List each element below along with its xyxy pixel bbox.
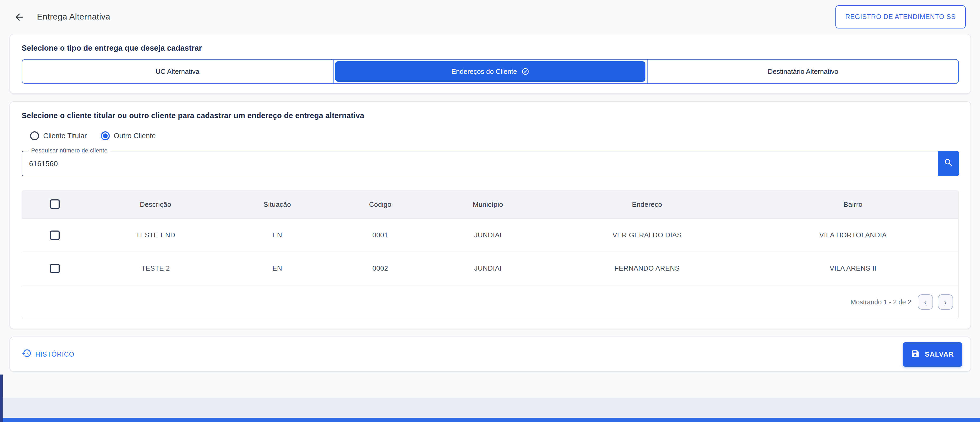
registro-atendimento-button[interactable]: REGISTRO DE ATENDIMENTO SS xyxy=(835,5,966,29)
cell-descricao: TESTE END xyxy=(88,218,223,252)
table-header-row: Descrição Situação Código Município Ende… xyxy=(22,190,958,218)
radio-circle xyxy=(30,131,39,140)
client-number-input[interactable] xyxy=(22,151,935,176)
historico-link[interactable]: HISTÓRICO xyxy=(22,348,75,360)
table-row: TESTE END EN 0001 JUNDIAI VER GERALDO DI… xyxy=(22,218,958,252)
radio-circle xyxy=(100,131,110,140)
selected-segment-pill: Endereços do Cliente xyxy=(335,61,646,82)
cell-descricao: TESTE 2 xyxy=(88,252,223,285)
cell-endereco: VER GERALDO DIAS xyxy=(546,218,748,252)
check-circle-icon xyxy=(521,68,529,75)
bottom-accent-bar xyxy=(0,418,980,422)
cell-bairro: VILA HORTOLANDIA xyxy=(748,218,958,252)
page: Entrega Alternativa REGISTRO DE ATENDIME… xyxy=(0,0,980,422)
segment-label: UC Alternativa xyxy=(156,68,199,75)
col-bairro: Bairro xyxy=(748,190,958,218)
delivery-type-title: Selecione o tipo de entrega que deseja c… xyxy=(22,44,959,52)
back-arrow-icon[interactable] xyxy=(12,10,26,24)
select-all-checkbox[interactable] xyxy=(50,200,60,209)
cell-codigo: 0001 xyxy=(331,218,430,252)
row-checkbox[interactable] xyxy=(50,230,60,240)
footer-action-bar: HISTÓRICO SALVAR xyxy=(10,336,971,372)
col-municipio: Município xyxy=(429,190,546,218)
cell-situacao: EN xyxy=(223,252,331,285)
cell-bairro: VILA ARENS II xyxy=(748,252,958,285)
segment-label: Destinatário Alternativo xyxy=(768,68,838,75)
save-button[interactable]: SALVAR xyxy=(903,342,962,366)
delivery-type-segments: UC Alternativa Endereços do Cliente Dest… xyxy=(22,59,959,84)
radio-label: Cliente Titular xyxy=(43,132,87,140)
col-codigo: Código xyxy=(331,190,430,218)
pagination-next-button[interactable]: › xyxy=(938,294,953,309)
segment-label: Endereços do Cliente xyxy=(452,68,517,75)
segment-enderecos-cliente[interactable]: Endereços do Cliente xyxy=(333,60,647,83)
cell-codigo: 0002 xyxy=(331,252,430,285)
pagination-text: Mostrando 1 - 2 de 2 xyxy=(850,298,912,306)
client-type-radios: Cliente Titular Outro Cliente xyxy=(22,131,959,140)
cell-municipio: JUNDIAI xyxy=(429,252,546,285)
search-icon xyxy=(943,158,953,169)
pagination: Mostrando 1 - 2 de 2 ‹ › xyxy=(22,285,958,319)
radio-label: Outro Cliente xyxy=(114,132,156,140)
col-endereco: Endereço xyxy=(546,190,748,218)
addresses-table: Descrição Situação Código Município Ende… xyxy=(22,190,959,319)
history-icon xyxy=(22,348,32,360)
cell-endereco: FERNANDO ARENS xyxy=(546,252,748,285)
delivery-type-card: Selecione o tipo de entrega que deseja c… xyxy=(10,34,971,94)
segment-destinatario-alternativo[interactable]: Destinatário Alternativo xyxy=(647,60,958,83)
page-title: Entrega Alternativa xyxy=(37,12,110,22)
page-header: Entrega Alternativa REGISTRO DE ATENDIME… xyxy=(0,0,980,34)
segment-uc-alternativa[interactable]: UC Alternativa xyxy=(22,60,333,83)
col-descricao: Descrição xyxy=(88,190,223,218)
save-label: SALVAR xyxy=(925,350,954,358)
historico-label: HISTÓRICO xyxy=(35,351,75,358)
cell-municipio: JUNDIAI xyxy=(429,218,546,252)
col-situacao: Situação xyxy=(223,190,331,218)
cell-situacao: EN xyxy=(223,218,331,252)
left-edge-strip xyxy=(0,374,3,422)
pagination-prev-button[interactable]: ‹ xyxy=(918,294,933,309)
save-icon xyxy=(911,349,920,360)
radio-outro-cliente[interactable]: Outro Cliente xyxy=(100,131,156,140)
radio-cliente-titular[interactable]: Cliente Titular xyxy=(30,131,87,140)
table-row: TESTE 2 EN 0002 JUNDIAI FERNANDO ARENS V… xyxy=(22,252,958,285)
search-button[interactable] xyxy=(938,151,959,176)
client-selection-card: Selecione o cliente titular ou outro cli… xyxy=(10,101,971,329)
client-selection-title: Selecione o cliente titular ou outro cli… xyxy=(22,111,959,120)
client-search: Pesquisar número de cliente xyxy=(22,151,959,176)
row-checkbox[interactable] xyxy=(50,264,60,273)
